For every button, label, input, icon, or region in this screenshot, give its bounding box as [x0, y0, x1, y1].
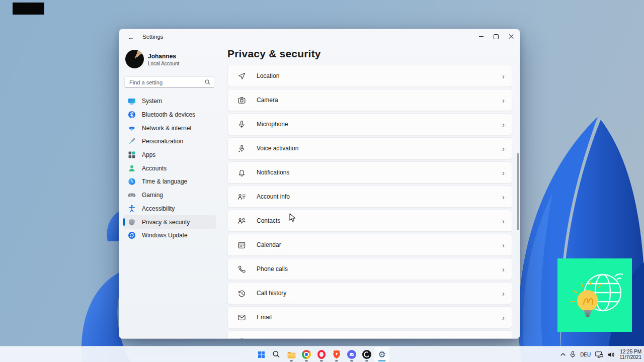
back-arrow-icon: ←	[128, 34, 134, 41]
sidebar-item-accessibility[interactable]: Accessibility	[123, 202, 216, 216]
chevron-right-icon: ›	[502, 265, 505, 273]
bluetooth-icon	[128, 111, 136, 119]
list-item-label: Camera	[257, 97, 278, 104]
sidebar-item-label: Time & language	[142, 178, 187, 185]
search-box[interactable]	[124, 76, 214, 88]
taskbar-opera-button[interactable]	[314, 347, 329, 362]
email-icon	[237, 313, 246, 322]
list-item-label: Contacts	[257, 217, 280, 224]
tasks-icon	[237, 337, 246, 339]
sidebar-item-bluetooth-devices[interactable]: Bluetooth & devices	[123, 108, 216, 122]
chevron-right-icon: ›	[502, 121, 505, 128]
sidebar-item-apps[interactable]: Apps	[123, 148, 216, 162]
call-history-icon	[237, 289, 246, 298]
list-item-location[interactable]: Location ›	[227, 65, 512, 87]
list-item-phone-calls[interactable]: Phone calls ›	[227, 258, 512, 280]
list-item-email[interactable]: Email ›	[227, 306, 512, 328]
wifi-icon	[615, 274, 623, 280]
language-indicator[interactable]: DEU	[580, 352, 591, 357]
minimize-button[interactable]	[473, 29, 489, 44]
running-indicator	[350, 360, 353, 361]
system-tray: DEU 12:25 PM 11/7/2021	[560, 346, 641, 362]
brave-icon	[333, 350, 341, 359]
sidebar-item-gaming[interactable]: Gaming	[123, 189, 216, 202]
tray-microphone-icon[interactable]	[570, 351, 576, 358]
search-input[interactable]	[128, 79, 205, 86]
sidebar-item-label: Personalization	[142, 138, 183, 145]
sidebar-item-system[interactable]: System	[123, 95, 216, 108]
settings-list: Location › Camera › Microphone › Voice a…	[227, 65, 512, 339]
list-item-microphone[interactable]: Microphone ›	[227, 113, 512, 135]
tray-date: 11/7/2021	[619, 354, 641, 360]
maximize-button[interactable]	[489, 29, 504, 44]
list-item-label: Microphone	[257, 121, 288, 128]
sidebar-item-personalization[interactable]: Personalization	[123, 135, 216, 148]
list-item-label: Call history	[257, 290, 286, 297]
list-item-label: Email	[257, 314, 272, 321]
taskbar-brave-button[interactable]	[329, 347, 344, 362]
discord-icon	[347, 350, 356, 359]
list-item-account-info[interactable]: Account info ›	[227, 186, 512, 208]
sidebar-item-label: Network & internet	[142, 125, 192, 132]
taskbar-chrome-button[interactable]	[299, 347, 314, 362]
list-item-call-history[interactable]: Call history ›	[227, 282, 512, 304]
taskbar-obs-button[interactable]	[359, 347, 374, 362]
user-name: Johannes	[148, 53, 176, 60]
taskbar-app-icons: ⚙	[254, 347, 389, 362]
network-display-icon[interactable]	[595, 351, 603, 358]
video-watermark	[557, 258, 632, 332]
sidebar-item-label: Windows Update	[142, 232, 188, 239]
list-item-calendar[interactable]: Calendar ›	[227, 234, 512, 256]
back-button[interactable]: ←	[124, 32, 138, 43]
chevron-right-icon: ›	[502, 241, 505, 249]
accounts-icon	[128, 164, 136, 172]
privacy-security-icon	[128, 218, 136, 226]
list-item-notifications[interactable]: Notifications ›	[227, 161, 512, 184]
chevron-right-icon: ›	[502, 72, 505, 80]
taskbar-settings-button[interactable]: ⚙	[374, 347, 389, 362]
avatar[interactable]	[125, 50, 144, 68]
sidebar-item-time-language[interactable]: Time & language	[123, 175, 216, 189]
list-item-label: Phone calls	[257, 265, 288, 273]
scrollbar-thumb[interactable]	[517, 153, 519, 230]
gaming-icon	[128, 191, 136, 199]
running-indicator	[365, 360, 368, 361]
taskbar-file-explorer-button[interactable]	[284, 347, 299, 362]
sidebar-item-label: Accessibility	[142, 205, 175, 212]
account-info-icon	[237, 193, 246, 201]
clock[interactable]: 12:25 PM 11/7/2021	[619, 349, 641, 360]
microphone-icon	[237, 120, 246, 129]
start-button[interactable]	[254, 347, 269, 362]
list-item-label: Account info	[257, 193, 290, 200]
active-running-indicator	[378, 360, 386, 361]
folder-icon	[287, 350, 296, 359]
list-item-camera[interactable]: Camera ›	[227, 89, 512, 111]
window-controls	[473, 29, 519, 44]
user-account-type: Local Account	[148, 61, 179, 66]
phone-calls-icon	[237, 265, 246, 274]
running-indicator	[290, 360, 293, 361]
list-item-contacts[interactable]: Contacts ›	[227, 210, 512, 232]
close-button[interactable]	[504, 29, 519, 44]
taskbar-discord-button[interactable]	[344, 347, 359, 362]
taskbar-search-button[interactable]	[269, 347, 284, 362]
page-title: Privacy & security	[227, 48, 321, 60]
chevron-right-icon: ›	[502, 193, 505, 201]
selected-indicator	[123, 218, 125, 226]
sidebar-item-label: Privacy & security	[142, 219, 190, 226]
speaker-icon[interactable]	[608, 352, 614, 357]
running-indicator	[320, 360, 323, 361]
list-item-voice-activation[interactable]: Voice activation ›	[227, 137, 512, 159]
chevron-right-icon: ›	[502, 169, 505, 176]
chevron-right-icon: ›	[502, 290, 505, 297]
sidebar-item-privacy-security[interactable]: Privacy & security	[123, 215, 216, 229]
chevron-right-icon: ›	[502, 217, 505, 225]
window-title: Settings	[142, 34, 164, 40]
list-item-tasks[interactable]: Tasks ›	[227, 330, 512, 339]
sidebar-item-windows-update[interactable]: Windows Update	[123, 229, 216, 242]
sidebar-item-accounts[interactable]: Accounts	[123, 161, 216, 175]
sidebar-item-network-internet[interactable]: Network & internet	[123, 121, 216, 135]
tray-chevron-button[interactable]	[560, 353, 566, 356]
search-icon	[205, 79, 210, 85]
voice-activation-icon	[237, 144, 246, 153]
